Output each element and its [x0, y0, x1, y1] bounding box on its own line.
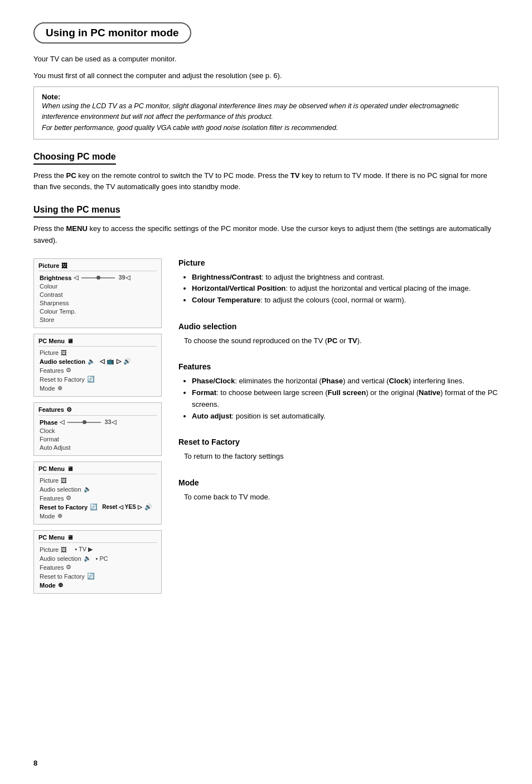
right-column: Picture Brightness/Contrast: to adjust t… — [178, 258, 499, 599]
menu5-audio: Audio selection 🔈 • PC — [38, 554, 157, 563]
pcmenu5-label: PC Menu — [38, 534, 65, 541]
desc-features-list: Phase/Clock: eliminates the horizontal (… — [192, 376, 499, 422]
menu-pcmenu-audio: PC Menu 🖥 Picture 🖼 Audio selection 🔈 ◁ … — [33, 334, 162, 397]
desc-mode-text: To come back to TV mode. — [184, 492, 499, 503]
section-menus-intro: Using the PC menus Press the MENU key to… — [33, 205, 499, 246]
picture-icon: 🖼 — [61, 262, 67, 269]
menu4-audio: Audio selection 🔈 — [38, 485, 157, 494]
menu4-picture: Picture 🖼 — [38, 477, 157, 485]
mode-lbl: Mode — [40, 385, 55, 392]
note-label: Note: — [42, 93, 60, 101]
slider-line — [81, 277, 115, 278]
menus-heading: Using the PC menus — [33, 205, 120, 218]
page-title-box: Using in PC monitor mode — [33, 22, 191, 44]
m5-pc-option: • PC — [96, 555, 108, 562]
slider-thumb — [96, 276, 100, 280]
menu3-autoadjust: Auto Adjust — [38, 444, 157, 452]
menu-features: Features ⚙ Phase ◁33◁ Clock Format Auto … — [33, 402, 162, 456]
menu5-features: Features ⚙ — [38, 563, 157, 572]
note-text-2: For better performance, good quality VGA… — [42, 123, 490, 133]
features-lbl: Features — [40, 367, 64, 374]
menu-pcmenu-mode: PC Menu 🖥 Picture 🖼 • TV ▶ Audio selecti… — [33, 530, 162, 594]
desc-reset: Reset to Factory To return to the factor… — [178, 437, 499, 462]
desc-picture-list: Brightness/Contrast: to adjust the brigh… — [192, 272, 499, 306]
menu1-item-contrast: Contrast — [38, 291, 157, 299]
choosing-text: Press the PC key on the remote control t… — [33, 170, 499, 193]
audio-tv-icon: 📺 — [107, 358, 114, 365]
reset-lbl: Reset to Factory — [40, 376, 85, 383]
desc-features-item1: Phase/Clock: eliminates the horizontal (… — [192, 376, 499, 387]
left-column: Picture 🖼 Brightness ◁39◁ Colour Contras… — [33, 258, 162, 599]
menu2-features: Features ⚙ — [38, 366, 157, 375]
m5-mode-icon: ⊕ — [58, 581, 63, 589]
menu5-mode: Mode ⊕ — [38, 581, 157, 590]
desc-picture-item2: Horizontal/Vertical Position: to adjust … — [192, 283, 499, 295]
m5-mode-lbl: Mode — [40, 582, 56, 589]
menu1-item-store: Store — [38, 316, 157, 324]
m4-picture-lbl: Picture — [40, 477, 59, 484]
phase-lbl: Phase — [40, 419, 57, 426]
menu2-reset: Reset to Factory 🔄 — [38, 375, 157, 384]
pcmenu-icon: 🖥 — [67, 338, 73, 344]
menu1-item-colour: Colour — [38, 282, 157, 291]
menu3-clock: Clock — [38, 427, 157, 435]
menu4-features: Features ⚙ — [38, 494, 157, 503]
mode-icon: ⊕ — [57, 384, 62, 392]
m4-audio-icon: 🔈 — [84, 485, 91, 493]
m5-features-icon: ⚙ — [66, 564, 71, 571]
menu3-phase: Phase ◁33◁ — [38, 418, 157, 427]
m4-mode-icon: ⊕ — [57, 512, 62, 520]
menu4-title: PC Menu 🖥 — [38, 465, 157, 474]
two-col-layout: Picture 🖼 Brightness ◁39◁ Colour Contras… — [33, 258, 499, 599]
desc-audio-text: To choose the sound reproduced on the TV… — [184, 335, 499, 347]
desc-picture-item1: Brightness/Contrast: to adjust the brigh… — [192, 272, 499, 283]
reset-icon: 🔄 — [87, 376, 95, 383]
m4-picture-icon: 🖼 — [61, 477, 67, 484]
page-title: Using in PC monitor mode — [46, 27, 179, 39]
pcmenu-label: PC Menu — [38, 338, 65, 344]
menu3-format: Format — [38, 435, 157, 444]
desc-picture-title: Picture — [178, 258, 499, 267]
page-number: 8 — [33, 759, 37, 767]
m5-reset-lbl: Reset to Factory — [40, 573, 85, 580]
brightness-label: Brightness — [40, 275, 71, 281]
menu5-reset: Reset to Factory 🔄 — [38, 572, 157, 581]
picture-label: Picture — [38, 262, 59, 269]
desc-reset-title: Reset to Factory — [178, 437, 499, 446]
audio-sel-spacer: ◁ — [100, 358, 104, 365]
desc-picture-item3: Colour Temperature: to adjust the colour… — [192, 295, 499, 306]
note-text-1: When using the LCD TV as a PC monitor, s… — [42, 101, 490, 123]
menu3-title: Features ⚙ — [38, 406, 157, 416]
menu1-item-brightness: Brightness ◁39◁ — [38, 273, 157, 282]
audio-right-arrow: ▷ — [117, 358, 121, 365]
menu4-reset: Reset to Factory 🔄 Reset ◁ YES ▷ 🔊 — [38, 503, 157, 512]
menu-picture: Picture 🖼 Brightness ◁39◁ Colour Contras… — [33, 258, 162, 328]
menu2-picture: Picture 🖼 — [38, 349, 157, 357]
phase-thumb — [83, 420, 86, 424]
m4-audio-lbl: Audio selection — [40, 486, 81, 493]
phase-slider-line — [67, 422, 101, 423]
m5-picture-lbl: Picture — [40, 546, 59, 553]
desc-reset-text: To return to the factory settings — [184, 451, 499, 462]
m4-features-lbl: Features — [40, 495, 64, 502]
menu4-mode: Mode ⊕ — [38, 512, 157, 521]
m4-reset-action: Reset ◁ YES ▷ — [102, 504, 142, 510]
audio-speaker-icon: 🔊 — [123, 358, 131, 365]
menus-text: Press the MENU key to access the specifi… — [33, 223, 499, 246]
intro-line2: You must first of all connect the comput… — [33, 70, 499, 81]
menu2-audio-selection: Audio selection 🔈 ◁ 📺 ▷ 🔊 — [38, 357, 157, 366]
menu2-mode: Mode ⊕ — [38, 384, 157, 393]
pcmenu4-label: PC Menu — [38, 465, 65, 472]
brightness-slider-row: ◁39◁ — [74, 274, 129, 281]
menu1-item-sharpness: Sharpness — [38, 299, 157, 307]
menu5-picture: Picture 🖼 • TV ▶ — [38, 545, 157, 554]
desc-audio-title: Audio selection — [178, 322, 499, 331]
m5-features-lbl: Features — [40, 564, 64, 571]
m5-picture-tv: • TV ▶ — [75, 546, 93, 553]
audio-sel-icon: 🔈 — [88, 358, 95, 365]
desc-picture: Picture Brightness/Contrast: to adjust t… — [178, 258, 499, 306]
section-choosing: Choosing PC mode Press the PC key on the… — [33, 152, 499, 193]
m4-reset-lbl: Reset to Factory — [40, 504, 88, 511]
m5-reset-icon: 🔄 — [87, 573, 95, 580]
m4-reset-icon: 🔄 — [90, 503, 98, 511]
